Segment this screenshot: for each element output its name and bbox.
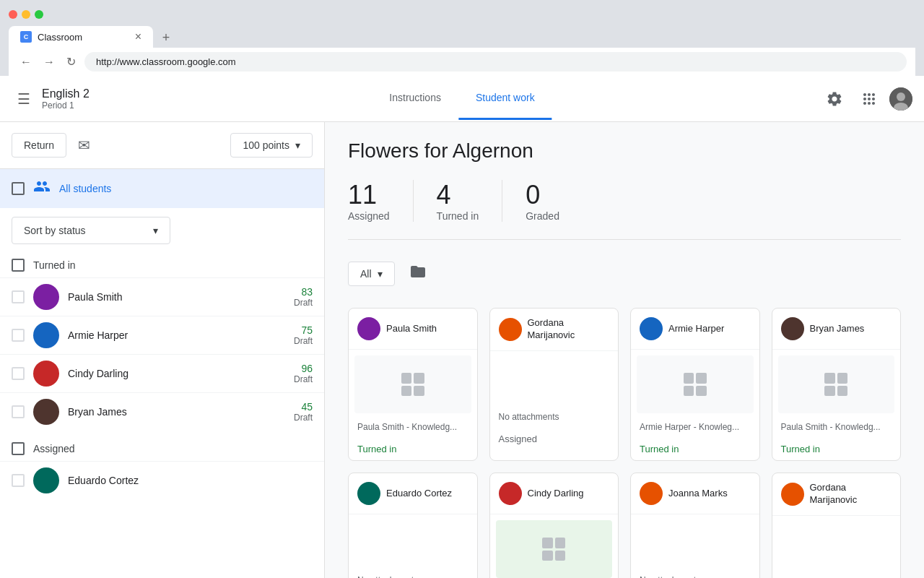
main-content: Flowers for Algernon 11 Assigned 4 Turne… (325, 122, 924, 578)
forward-button[interactable]: → (40, 53, 58, 72)
tab-close-button[interactable]: × (135, 30, 141, 43)
card-avatar (357, 482, 380, 505)
avatar (33, 322, 59, 348)
student-row[interactable]: Cindy Darling 96 Draft (0, 354, 324, 392)
sidebar-toolbar: Return ✉ 100 points ▾ (0, 122, 324, 169)
stats-row: 11 Assigned 4 Turned in 0 Graded (348, 180, 901, 240)
card-header: Bryan James (772, 309, 901, 350)
card-status: Turned in (772, 438, 901, 460)
turned-in-label: Turned in (33, 259, 76, 271)
card-header: Joanna Marks (631, 473, 759, 514)
all-students-row[interactable]: All students (0, 169, 324, 208)
student-checkbox[interactable] (12, 474, 25, 487)
student-row[interactable]: Armie Harper 75 Draft (0, 316, 324, 354)
filter-row: All ▾ (348, 257, 901, 290)
student-grade: 75 Draft (294, 324, 313, 346)
card-student-name: Gordana Marijanovic (810, 482, 892, 506)
student-checkbox[interactable] (12, 367, 25, 380)
menu-button[interactable]: ☰ (12, 85, 36, 113)
turned-in-section-header: Turned in (0, 253, 324, 277)
student-card[interactable]: Bryan James Paula Smith - Knowledg... Tu… (772, 308, 902, 461)
card-attachment-label: No attachments (349, 572, 477, 578)
card-student-name: Gordana Marijanovic (528, 317, 610, 342)
student-card[interactable]: Gordana Marijanovic No attachments (772, 473, 902, 578)
assigned-label: Assigned (33, 443, 75, 454)
card-student-name: Cindy Darling (528, 488, 584, 500)
new-tab-button[interactable]: + (156, 27, 176, 48)
student-checkbox[interactable] (12, 405, 25, 418)
student-card[interactable]: Joanna Marks No attachments (630, 473, 760, 578)
turned-in-checkbox[interactable] (12, 259, 25, 272)
student-row[interactable]: Eduardo Cortez (0, 461, 324, 499)
card-no-attachment (490, 351, 619, 409)
stat-turned-in: 4 Turned in (414, 180, 503, 222)
student-card[interactable]: Paula Smith Paula Smith - Knowledg... Tu… (348, 308, 478, 461)
card-student-name: Paula Smith (386, 323, 437, 335)
student-name: Bryan James (68, 406, 294, 418)
browser-tab[interactable]: C Classroom × (9, 26, 153, 48)
student-card[interactable]: Gordana Marijanovic No attachments Assig… (489, 308, 619, 461)
user-avatar[interactable] (889, 87, 912, 111)
card-attachment-label: Paula Smith - Knowledg... (349, 419, 477, 438)
all-students-label: All students (59, 183, 111, 194)
mail-button[interactable]: ✉ (72, 131, 96, 160)
return-button[interactable]: Return (12, 133, 66, 158)
student-row[interactable]: Paula Smith 83 Draft (0, 277, 324, 316)
card-attachment (778, 355, 895, 413)
url-bar[interactable] (84, 52, 907, 72)
app-body: Return ✉ 100 points ▾ All students Sort … (0, 122, 924, 578)
student-card[interactable]: Eduardo Cortez No attachments (348, 473, 478, 578)
student-card[interactable]: Armie Harper Armie Harper - Knowleg... T… (630, 308, 760, 461)
assignment-title: Flowers for Algernon (348, 139, 901, 163)
filter-selector[interactable]: All ▾ (348, 262, 395, 286)
chevron-down-icon: ▾ (295, 139, 300, 151)
points-selector[interactable]: 100 points ▾ (230, 133, 313, 158)
tab-title: Classroom (38, 32, 82, 43)
app-header: ☰ English 2 Period 1 Instructions Studen… (0, 76, 924, 122)
stat-assigned: 11 Assigned (348, 180, 414, 222)
maximize-traffic-light[interactable] (35, 10, 43, 19)
close-traffic-light[interactable] (9, 10, 17, 19)
assigned-checkbox[interactable] (12, 442, 25, 455)
reload-button[interactable]: ↻ (64, 52, 79, 72)
avatar (33, 399, 59, 425)
card-header: Cindy Darling (490, 473, 619, 514)
card-no-attachment (349, 514, 477, 572)
student-row[interactable]: Bryan James 45 Draft (0, 392, 324, 431)
folder-button[interactable] (404, 257, 432, 290)
card-attachment-label: No attachments (631, 572, 759, 578)
card-attachment (354, 355, 471, 413)
settings-button[interactable] (820, 85, 849, 113)
svg-point-1 (897, 92, 905, 101)
card-avatar (357, 317, 380, 340)
card-attachment-label: No attachments (772, 574, 901, 578)
minimize-traffic-light[interactable] (22, 10, 30, 19)
card-header: Armie Harper (631, 309, 759, 350)
header-tabs: Instructions Student work (372, 77, 552, 120)
card-header: Gordana Marijanovic (490, 309, 619, 351)
card-avatar (781, 483, 804, 506)
all-students-checkbox[interactable] (12, 182, 25, 195)
card-header: Gordana Marijanovic (772, 473, 901, 516)
back-button[interactable]: ← (17, 53, 35, 72)
student-card[interactable]: Cindy Darling Cindy Darling - Knowle.. (489, 473, 619, 578)
card-student-name: Bryan James (810, 323, 865, 335)
student-checkbox[interactable] (12, 329, 25, 342)
student-checkbox[interactable] (12, 290, 25, 303)
card-student-name: Armie Harper (668, 323, 724, 335)
card-avatar (499, 318, 522, 341)
chevron-down-icon: ▾ (378, 268, 383, 280)
card-status: Turned in (631, 438, 759, 460)
apps-button[interactable] (855, 85, 884, 113)
card-student-name: Joanna Marks (668, 488, 728, 500)
sort-row: Sort by status ▾ (0, 208, 324, 253)
tab-student-work[interactable]: Student work (458, 77, 552, 120)
card-avatar (499, 482, 522, 505)
assigned-section-header: Assigned (0, 436, 324, 461)
sort-selector[interactable]: Sort by status ▾ (12, 217, 170, 244)
student-grade: 96 Draft (294, 363, 313, 384)
chevron-down-icon: ▾ (153, 225, 158, 236)
card-attachment-label: No attachments (490, 409, 619, 428)
card-header: Paula Smith (349, 309, 477, 350)
tab-instructions[interactable]: Instructions (372, 77, 458, 120)
